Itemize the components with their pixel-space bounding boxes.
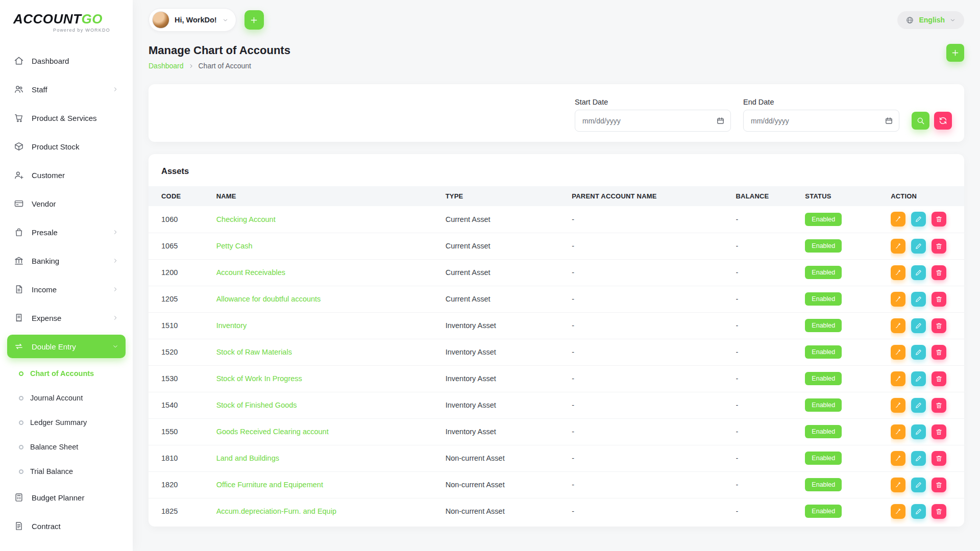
end-date-input[interactable]: [743, 110, 899, 132]
account-name-link[interactable]: Inventory: [216, 321, 247, 330]
transfer-button[interactable]: [891, 212, 905, 227]
edit-button[interactable]: [911, 292, 926, 307]
breadcrumb-dashboard-link[interactable]: Dashboard: [149, 62, 184, 70]
sidebar-item-product-stock[interactable]: Product Stock: [7, 135, 126, 158]
sidebar-item-dashboard[interactable]: Dashboard: [7, 49, 126, 72]
page-header: Manage Chart of Accounts Dashboard Chart…: [149, 44, 964, 70]
edit-button[interactable]: [911, 318, 926, 333]
transfer-button[interactable]: [891, 478, 905, 492]
delete-button[interactable]: [932, 424, 946, 439]
edit-button[interactable]: [911, 239, 926, 254]
edit-button[interactable]: [911, 398, 926, 413]
col-balance: BALANCE: [736, 186, 805, 206]
sidebar-item-customer[interactable]: Customer: [7, 163, 126, 187]
sidebar-subitem-journal-account[interactable]: Journal Account: [7, 388, 126, 408]
account-name-link[interactable]: Allowance for doubtful accounts: [216, 295, 321, 303]
account-name-link[interactable]: Stock of Finished Goods: [216, 401, 297, 409]
account-name-link[interactable]: Accum.depreciation-Furn. and Equip: [216, 507, 336, 515]
delete-button[interactable]: [932, 318, 946, 333]
sidebar-subitem-ledger-summary[interactable]: Ledger Summary: [7, 412, 126, 433]
transfer-button[interactable]: [891, 504, 905, 519]
plus-icon: [249, 15, 259, 25]
account-name-link[interactable]: Account Receivables: [216, 268, 285, 277]
cell-balance: -: [736, 471, 805, 498]
cell-parent: -: [572, 445, 736, 471]
sidebar-menu: Dashboard Staff Product & Services Produ…: [0, 45, 133, 538]
chevron-right-icon: [112, 257, 119, 264]
edit-button[interactable]: [911, 504, 926, 519]
delete-button[interactable]: [932, 451, 946, 466]
quick-add-button[interactable]: [244, 10, 264, 30]
sidebar-item-presale[interactable]: Presale: [7, 220, 126, 244]
account-name-link[interactable]: Office Furniture and Equipement: [216, 481, 323, 489]
sidebar-item-expense[interactable]: Expense: [7, 306, 126, 330]
status-badge: Enabled: [805, 425, 842, 438]
accounts-card: Assets CODE NAME TYPE PARENT ACCOUNT NAM…: [149, 154, 964, 527]
user-menu[interactable]: Hi, WorkDo!: [149, 8, 236, 32]
sidebar-item-contract[interactable]: Contract: [7, 514, 126, 538]
expense-icon: [14, 313, 24, 323]
account-name-link[interactable]: Checking Account: [216, 215, 276, 223]
table-row: 1825 Accum.depreciation-Furn. and Equip …: [149, 498, 964, 524]
calendar-icon[interactable]: [716, 116, 725, 125]
start-date-input[interactable]: [575, 110, 731, 132]
edit-icon: [915, 348, 922, 356]
add-account-button[interactable]: [946, 44, 964, 62]
edit-button[interactable]: [911, 212, 926, 227]
transfer-button[interactable]: [891, 398, 905, 413]
delete-button[interactable]: [932, 398, 946, 413]
delete-button[interactable]: [932, 504, 946, 519]
delete-button[interactable]: [932, 265, 946, 280]
calendar-icon[interactable]: [885, 116, 893, 125]
language-selector[interactable]: English: [897, 11, 964, 29]
sidebar-item-income[interactable]: Income: [7, 278, 126, 301]
row-actions: [891, 239, 959, 254]
double-entry-icon: [14, 341, 24, 352]
account-name-link[interactable]: Stock of Raw Materials: [216, 348, 292, 356]
sidebar-subitem-label: Chart of Accounts: [30, 369, 94, 378]
delete-button[interactable]: [932, 212, 946, 227]
transfer-button[interactable]: [891, 292, 905, 307]
sidebar-item-double-entry[interactable]: Double Entry: [7, 335, 126, 358]
sidebar-item-label: Product & Services: [32, 114, 119, 122]
account-name-link[interactable]: Goods Received Clearing account: [216, 428, 329, 436]
transfer-button[interactable]: [891, 371, 905, 386]
account-name-link[interactable]: Stock of Work In Progress: [216, 374, 302, 383]
sidebar-item-staff[interactable]: Staff: [7, 78, 126, 101]
search-button[interactable]: [912, 112, 929, 130]
transfer-button[interactable]: [891, 451, 905, 466]
delete-button[interactable]: [932, 345, 946, 360]
edit-button[interactable]: [911, 371, 926, 386]
account-name-link[interactable]: Petty Cash: [216, 242, 253, 250]
accounts-table: CODE NAME TYPE PARENT ACCOUNT NAME BALAN…: [149, 186, 964, 524]
transfer-button[interactable]: [891, 265, 905, 280]
sidebar-item-banking[interactable]: Banking: [7, 249, 126, 272]
sidebar-item-product-services[interactable]: Product & Services: [7, 106, 126, 130]
sidebar-item-budget-planner[interactable]: Budget Planner: [7, 486, 126, 509]
edit-button[interactable]: [911, 345, 926, 360]
transfer-button[interactable]: [891, 318, 905, 333]
sidebar-subitem-balance-sheet[interactable]: Balance Sheet: [7, 437, 126, 457]
cell-parent: -: [572, 392, 736, 418]
reset-button[interactable]: [934, 112, 952, 130]
edit-button[interactable]: [911, 478, 926, 492]
bullet-icon: [19, 420, 23, 425]
cell-code: 1530: [149, 365, 216, 392]
account-name-link[interactable]: Land and Buildings: [216, 454, 279, 462]
transfer-button[interactable]: [891, 424, 905, 439]
delete-button[interactable]: [932, 239, 946, 254]
transfer-button[interactable]: [891, 345, 905, 360]
edit-icon: [915, 508, 922, 515]
delete-button[interactable]: [932, 371, 946, 386]
delete-button[interactable]: [932, 292, 946, 307]
edit-button[interactable]: [911, 451, 926, 466]
edit-button[interactable]: [911, 424, 926, 439]
app-logo[interactable]: ACCOUNTGO Powered by WORKDO: [0, 0, 133, 45]
start-date-group: Start Date: [575, 98, 731, 132]
edit-button[interactable]: [911, 265, 926, 280]
sidebar-item-vendor[interactable]: Vendor: [7, 192, 126, 215]
transfer-button[interactable]: [891, 239, 905, 254]
sidebar-subitem-chart-of-accounts[interactable]: Chart of Accounts: [7, 363, 126, 384]
delete-button[interactable]: [932, 478, 946, 492]
sidebar-subitem-trial-balance[interactable]: Trial Balance: [7, 461, 126, 482]
